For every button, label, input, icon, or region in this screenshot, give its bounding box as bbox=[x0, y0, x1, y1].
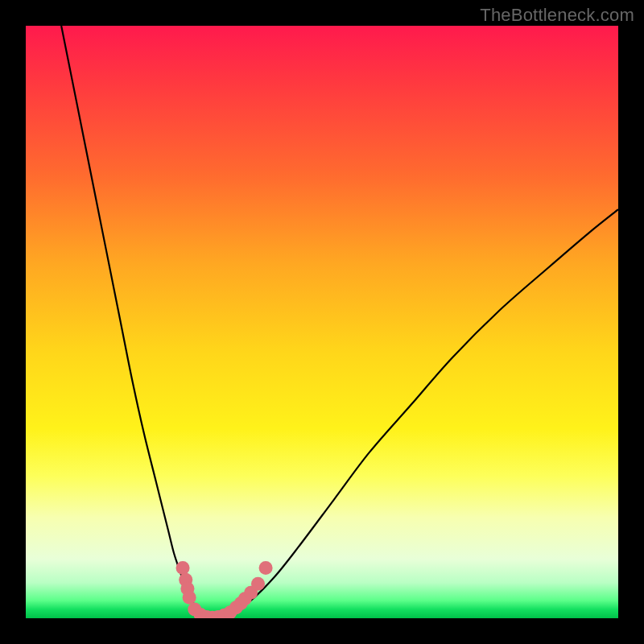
data-marker bbox=[183, 591, 196, 605]
data-marker bbox=[251, 577, 265, 591]
chart-frame: TheBottleneck.com bbox=[0, 0, 644, 644]
data-marker bbox=[176, 561, 190, 575]
data-marker bbox=[259, 561, 273, 575]
marker-group bbox=[176, 561, 273, 618]
chart-svg bbox=[26, 26, 618, 618]
watermark-text: TheBottleneck.com bbox=[480, 5, 634, 26]
curve-right-branch bbox=[209, 209, 618, 617]
curve-left-branch bbox=[61, 26, 209, 617]
plot-area bbox=[26, 26, 618, 618]
